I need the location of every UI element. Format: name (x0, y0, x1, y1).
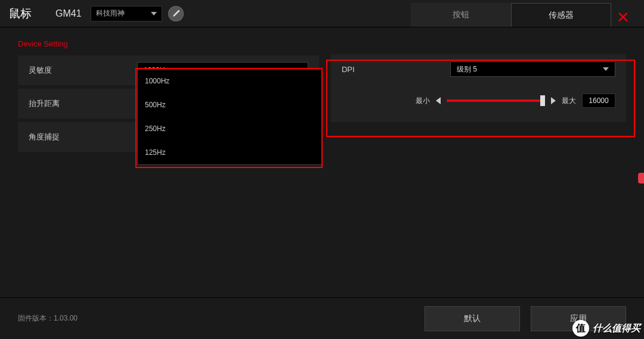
polling-option-125[interactable]: 125Hz (138, 141, 321, 164)
watermark-circle-icon: 值 (572, 320, 589, 337)
content-area: Device Setting 灵敏度 1000Hz 1000Hz 500Hz 2… (0, 27, 644, 167)
section-title: Device Setting (18, 39, 319, 48)
tab-buttons-label: 按钮 (453, 10, 469, 20)
device-model-label: GM41 (55, 8, 82, 19)
profile-selected-value: 科技雨神 (96, 8, 125, 18)
dpi-level-value: 级别 5 (457, 64, 477, 74)
dpi-min-label: 最小 (416, 96, 430, 106)
dpi-level-row: DPI 级别 5 (342, 61, 615, 77)
dpi-max-label: 最大 (562, 96, 576, 106)
dpi-label: DPI (342, 65, 443, 74)
tab-bar: 按钮 传感器 ✕ (411, 0, 635, 27)
chevron-down-icon (151, 12, 157, 15)
tab-buttons[interactable]: 按钮 (411, 3, 511, 27)
dpi-slider-thumb[interactable] (540, 95, 545, 106)
triangle-right-icon[interactable] (551, 97, 556, 104)
dpi-section: DPI 级别 5 最小 最大 16000 (331, 54, 626, 122)
header-bar: 鼠标 GM41 科技雨神 按钮 传感器 ✕ (0, 0, 644, 27)
default-button-label: 默认 (464, 313, 481, 324)
profile-select[interactable]: 科技雨神 (91, 6, 162, 21)
dpi-slider-row: 最小 最大 16000 (342, 94, 615, 108)
left-panel: Device Setting 灵敏度 1000Hz 1000Hz 500Hz 2… (18, 39, 319, 155)
device-type-label: 鼠标 (9, 6, 32, 21)
watermark-text: 什么值得买 (593, 322, 640, 335)
chevron-down-icon (603, 67, 609, 71)
sensitivity-label: 灵敏度 (29, 65, 130, 76)
dpi-slider[interactable] (447, 99, 545, 102)
pencil-icon (172, 10, 180, 18)
lift-distance-label: 抬升距离 (29, 98, 130, 109)
firmware-version-label: 固件版本：1.03.00 (18, 313, 78, 324)
edit-profile-button[interactable] (168, 6, 184, 21)
close-button[interactable]: ✕ (611, 8, 635, 27)
tab-sensor[interactable]: 传感器 (511, 3, 611, 27)
footer-bar: 固件版本：1.03.00 默认 应用 (0, 297, 644, 339)
dpi-value-field[interactable]: 16000 (582, 94, 615, 108)
firmware-value: 1.03.00 (54, 314, 78, 322)
polling-option-250[interactable]: 250Hz (138, 117, 321, 141)
close-icon: ✕ (617, 8, 630, 27)
dpi-level-select[interactable]: 级别 5 (450, 61, 615, 77)
polling-option-500[interactable]: 500Hz (138, 93, 321, 117)
watermark: 值 什么值得买 (572, 320, 640, 337)
triangle-left-icon[interactable] (436, 97, 441, 104)
polling-rate-dropdown-menu: 1000Hz 500Hz 250Hz 125Hz (137, 69, 322, 165)
right-panel: DPI 级别 5 最小 最大 16000 (331, 39, 626, 155)
tab-sensor-label: 传感器 (549, 10, 574, 21)
default-button[interactable]: 默认 (425, 306, 520, 331)
polling-option-1000[interactable]: 1000Hz (138, 69, 321, 93)
firmware-prefix: 固件版本： (18, 314, 54, 322)
side-badge-icon (638, 173, 644, 184)
angle-snap-label: 角度捕捉 (29, 132, 130, 142)
